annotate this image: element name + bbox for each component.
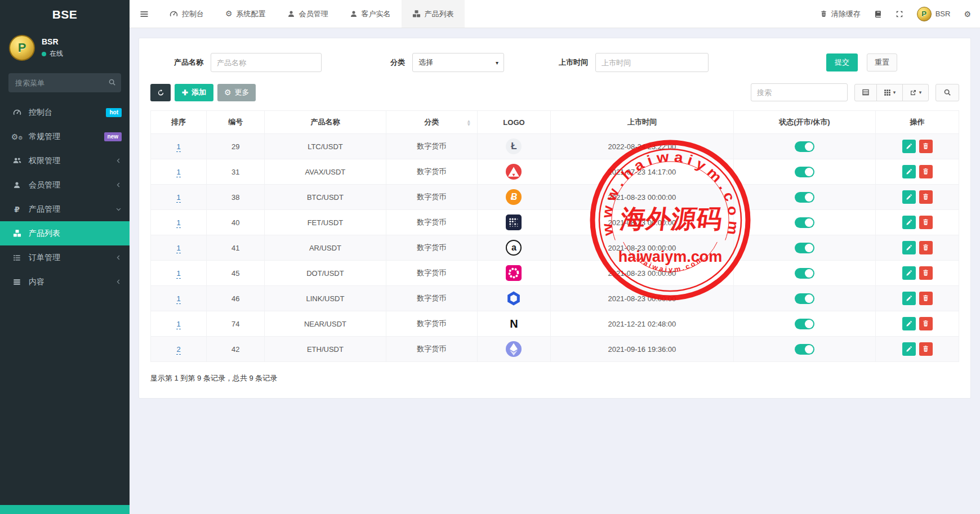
category-cell: 数字货币 xyxy=(386,210,477,235)
edit-button[interactable] xyxy=(902,317,916,330)
clear-cache-button[interactable]: 清除缓存 xyxy=(820,9,861,19)
status-toggle[interactable] xyxy=(795,243,814,253)
edit-button[interactable] xyxy=(902,342,916,356)
sidebar-item-general[interactable]: ⚙⚙常规管理new xyxy=(0,124,130,149)
fullscreen-button[interactable] xyxy=(896,10,903,18)
status-toggle[interactable] xyxy=(795,141,814,152)
settings-gear-icon[interactable]: ⚙ xyxy=(964,10,971,18)
tab-members[interactable]: 会员管理 xyxy=(277,0,339,28)
tab-label: 客户实名 xyxy=(362,9,391,19)
tab-kyc[interactable]: 客户实名 xyxy=(339,0,402,28)
crypto-logo-link xyxy=(506,290,522,306)
chevron-left-icon xyxy=(115,182,122,188)
list-time-cell: 2022-08-24 23:22:00 xyxy=(551,134,733,159)
sort-link[interactable]: 1 xyxy=(176,218,180,228)
export-button[interactable]: ▾ xyxy=(902,84,929,101)
status-toggle[interactable] xyxy=(795,268,814,279)
status-toggle[interactable] xyxy=(795,293,814,304)
column-header[interactable]: 分类▴▾ xyxy=(386,111,477,134)
sort-link[interactable]: 1 xyxy=(176,193,180,203)
user-name: BSR xyxy=(42,37,63,46)
caret-down-icon: ▾ xyxy=(496,60,498,66)
sort-link[interactable]: 1 xyxy=(176,269,180,279)
sidebar-item-dashboard[interactable]: 控制台hot xyxy=(0,100,130,124)
tab-dashboard[interactable]: 控制台 xyxy=(159,0,215,28)
cubes-icon xyxy=(412,10,421,18)
column-header-label: 状态(开市/休市) xyxy=(779,118,830,126)
topbar-user[interactable]: P BSR xyxy=(917,7,951,21)
search-button[interactable] xyxy=(936,84,959,101)
status-toggle[interactable] xyxy=(795,217,814,228)
product-name-cell: LINK/USDT xyxy=(265,286,386,311)
edit-button[interactable] xyxy=(902,140,916,153)
sort-cell: 1 xyxy=(151,185,207,210)
edit-button[interactable] xyxy=(902,241,916,254)
sort-link[interactable]: 1 xyxy=(176,320,180,329)
tab-product-list[interactable]: 产品列表 xyxy=(402,0,465,28)
refresh-button[interactable] xyxy=(150,84,171,101)
edit-button[interactable] xyxy=(902,216,916,229)
category-cell: 数字货币 xyxy=(386,185,477,210)
sidebar-item-content[interactable]: 内容 xyxy=(0,270,130,294)
product-name-input[interactable] xyxy=(211,53,322,72)
status-toggle[interactable] xyxy=(795,192,814,203)
caret-down-icon: ▾ xyxy=(893,90,896,95)
table-search-input[interactable] xyxy=(751,83,848,101)
sidebar-item-label: 控制台 xyxy=(29,108,52,118)
list-view-icon xyxy=(862,88,870,96)
sort-link[interactable]: 1 xyxy=(176,142,180,152)
trash-icon xyxy=(820,10,827,17)
table-row: 140FET/USDT数字货币2021-08-23 00:00:00 xyxy=(151,210,959,235)
sort-cell: 1 xyxy=(151,159,207,185)
sidebar-item-permissions[interactable]: 权限管理 xyxy=(0,149,130,173)
badge-hot: hot xyxy=(106,108,122,117)
tab-system-config[interactable]: ⚙系统配置 xyxy=(215,0,277,28)
edit-button[interactable] xyxy=(902,165,916,178)
more-button[interactable]: ⚙ 更多 xyxy=(217,84,256,101)
delete-button[interactable] xyxy=(919,241,933,254)
delete-button[interactable] xyxy=(919,140,933,153)
add-button[interactable]: ✚ 添加 xyxy=(175,84,213,101)
delete-button[interactable] xyxy=(919,317,933,330)
delete-button[interactable] xyxy=(919,216,933,229)
column-header-label: 上市时间 xyxy=(627,118,657,126)
status-toggle[interactable] xyxy=(795,319,814,329)
category-select[interactable]: 选择 ▾ xyxy=(412,53,504,72)
submit-button[interactable]: 提交 xyxy=(826,53,858,71)
sidebar-item-product-list[interactable]: 产品列表 xyxy=(0,221,130,245)
sort-link[interactable]: 1 xyxy=(176,168,180,177)
sidebar-search-input[interactable] xyxy=(8,73,121,92)
reset-button[interactable]: 重置 xyxy=(867,53,897,71)
product-name-cell: AR/USDT xyxy=(265,235,386,261)
delete-button[interactable] xyxy=(919,266,933,280)
sidebar-item-products[interactable]: ₽产品管理 xyxy=(0,197,130,221)
docs-button[interactable] xyxy=(874,10,882,18)
sidebar-item-label: 产品列表 xyxy=(29,229,60,239)
id-cell: 38 xyxy=(207,185,265,210)
delete-button[interactable] xyxy=(919,190,933,204)
sidebar-item-orders[interactable]: 订单管理 xyxy=(0,245,130,270)
sidebar-item-members[interactable]: 会员管理 xyxy=(0,173,130,197)
gauge-icon xyxy=(170,10,178,18)
toggle-view-button[interactable] xyxy=(854,84,877,101)
sort-carets-icon: ▴▾ xyxy=(467,119,470,126)
delete-button[interactable] xyxy=(919,165,933,178)
sort-link[interactable]: 1 xyxy=(176,294,180,304)
list-time-cell: 2021-09-16 19:36:00 xyxy=(551,337,733,362)
sort-link[interactable]: 1 xyxy=(176,244,180,253)
sidebar-menu: 控制台hot⚙⚙常规管理new权限管理会员管理₽产品管理产品列表订单管理内容 xyxy=(0,100,130,294)
delete-button[interactable] xyxy=(919,342,933,356)
columns-button[interactable]: ▾ xyxy=(876,84,903,101)
menu-toggle-icon[interactable] xyxy=(130,0,159,28)
edit-button[interactable] xyxy=(902,190,916,204)
logo-cell xyxy=(477,337,551,362)
status-toggle[interactable] xyxy=(795,167,814,177)
logo-cell xyxy=(477,286,551,311)
delete-button[interactable] xyxy=(919,292,933,305)
sort-link[interactable]: 2 xyxy=(176,345,180,355)
status-toggle[interactable] xyxy=(795,344,814,355)
edit-button[interactable] xyxy=(902,266,916,280)
list-time-input[interactable] xyxy=(595,53,709,72)
status-cell xyxy=(733,337,876,362)
edit-button[interactable] xyxy=(902,292,916,305)
